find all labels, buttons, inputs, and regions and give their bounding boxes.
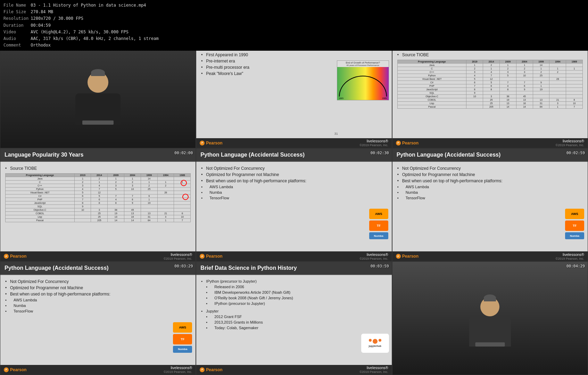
thumbnail-cell-4[interactable]: 00:02:00 Language Popularity 30 Years So… bbox=[0, 148, 196, 262]
tensorflow-logo-7: TF bbox=[173, 334, 192, 344]
aws-logo-5: AWS bbox=[369, 209, 388, 219]
slide-4: 00:02:00 Language Popularity 30 Years So… bbox=[0, 149, 196, 261]
slide-body-8: IPython (precursor to Jupyter) Released … bbox=[196, 275, 391, 365]
presenter-figure-9 bbox=[469, 297, 511, 347]
end-of-growth-chart: End of Growth of Performance?40 years of… bbox=[337, 60, 389, 100]
comment-label: Comment bbox=[3, 42, 31, 49]
timestamp-5: 00:02:30 bbox=[371, 151, 389, 155]
pearson-logo-3: P bbox=[396, 141, 401, 145]
thumbnail-cell-5[interactable]: 00:02:30 Python Language (Accidental Suc… bbox=[196, 148, 392, 262]
slide-7: 00:03:29 Python Language (Accidental Suc… bbox=[0, 262, 196, 375]
numba-logo-7: Numba bbox=[173, 346, 192, 353]
video-label: Video bbox=[3, 29, 31, 35]
jupyterhub-logo-8: jupyterhub bbox=[361, 334, 389, 353]
thumbnail-grid: 00:00:30 00:01:00 Python Language First … bbox=[0, 35, 588, 375]
slide-footer-2: P Pearson livelessons® ©2019 Pearson, In… bbox=[196, 138, 391, 148]
duration-label: Duration bbox=[3, 22, 31, 29]
slide-body-7: Not Optimized For Concurrency Optimized … bbox=[0, 275, 196, 365]
slide-header-5: Python Language (Accidental Success) bbox=[196, 149, 391, 162]
resolution-value: 1280x720 / 30.000 FPS bbox=[31, 15, 160, 22]
slide-body-3: Source TIOBE Programming Language2019201… bbox=[392, 48, 588, 138]
slide-footer-5: P Pearson livelessons® ©2019 Pearson, In… bbox=[196, 251, 391, 261]
annotation-circle-4 bbox=[181, 180, 187, 186]
slide-body-6: Not Optimized For Concurrency Optimized … bbox=[392, 162, 588, 252]
filename-value: 03 - 1.1 History of Python in data scien… bbox=[31, 2, 160, 9]
pearson-logo-7: P bbox=[4, 367, 9, 372]
tiobe-table-3: Programming Language20192014200920041999… bbox=[397, 60, 583, 109]
pearson-logo-6: P bbox=[396, 254, 401, 259]
pearson-logo-2: P bbox=[200, 141, 205, 145]
tensorflow-logo-6: TF bbox=[565, 220, 584, 231]
slide-header-8: Brief Data Science in Python History bbox=[196, 262, 391, 275]
aws-logo-7: AWS bbox=[173, 322, 192, 333]
filesize-value: 270.84 MB bbox=[31, 9, 160, 15]
slide-6: 00:02:59 Python Language (Accidental Suc… bbox=[392, 149, 588, 261]
chart-curve bbox=[339, 76, 387, 97]
slide-8: 00:03:59 Brief Data Science in Python Hi… bbox=[196, 262, 391, 375]
slide-footer-7: P Pearson livelessons® ©2019 Pearson, In… bbox=[0, 365, 196, 375]
tensorflow-logo-5: TF bbox=[369, 220, 388, 231]
audio-label: Audio bbox=[3, 35, 31, 42]
slide-footer-8: P Pearson livelessons® ©2019 Pearson, In… bbox=[196, 365, 391, 375]
logos-area-7: AWS TF Numba bbox=[173, 322, 192, 353]
timestamp-7: 00:03:29 bbox=[174, 264, 193, 268]
thumbnail-cell-7[interactable]: 00:03:29 Python Language (Accidental Suc… bbox=[0, 261, 196, 375]
pearson-logo-8: P bbox=[200, 367, 205, 372]
slide-footer-6: P Pearson livelessons® ©2019 Pearson, In… bbox=[392, 251, 588, 261]
filename-label: File Name bbox=[3, 2, 31, 9]
thumbnail-cell-6[interactable]: 00:02:59 Python Language (Accidental Suc… bbox=[392, 148, 588, 262]
timestamp-9: 00:04:29 bbox=[566, 264, 585, 268]
chart-content: 1965 2005 bbox=[337, 67, 389, 100]
logos-area-6: AWS TF Numba bbox=[565, 209, 584, 239]
resolution-label: Resolution bbox=[3, 15, 31, 22]
timestamp-8: 00:03:59 bbox=[371, 264, 389, 268]
slide-header-6: Python Language (Accidental Success) bbox=[392, 149, 588, 162]
slide-body-2: First Appeared in 1990 Pre-internet era … bbox=[196, 48, 391, 138]
thumbnail-cell-2[interactable]: 00:01:00 Python Language First Appeared … bbox=[196, 35, 392, 148]
presenter-bg-1 bbox=[0, 35, 196, 148]
numba-logo-5: Numba bbox=[369, 232, 388, 239]
thumbnail-cell-1[interactable]: 00:00:30 bbox=[0, 35, 196, 148]
file-info-panel: File Name 03 - 1.1 History of Python in … bbox=[0, 0, 588, 51]
video-value: AVC (High@L4.2), 7 265 kb/s, 30.000 FPS bbox=[31, 29, 160, 35]
slide-footer-3: P Pearson livelessons® ©2019 Pearson, In… bbox=[392, 138, 588, 148]
numba-logo-6: Numba bbox=[565, 232, 584, 239]
thumbnail-cell-8[interactable]: 00:03:59 Brief Data Science in Python Hi… bbox=[196, 261, 392, 375]
aws-logo-6: AWS bbox=[565, 209, 584, 219]
slide-header-4: Language Popularity 30 Years bbox=[0, 149, 196, 162]
tiobe-table-4: Programming Language20192014200920041999… bbox=[5, 173, 191, 222]
slide-body-4: Source TIOBE Programming Language2019201… bbox=[0, 162, 196, 252]
thumbnail-cell-3[interactable]: 00:01:30 Language Popularity 30 Years So… bbox=[392, 35, 588, 148]
presenter-figure-1 bbox=[75, 72, 121, 125]
slide-body-5: Not Optimized For Concurrency Optimized … bbox=[196, 162, 391, 252]
presenter-bg-9 bbox=[392, 262, 588, 375]
slide-3: 00:01:30 Language Popularity 30 Years So… bbox=[392, 35, 588, 148]
pearson-logo-5: P bbox=[200, 254, 205, 259]
thumbnail-cell-9[interactable]: 00:04:29 bbox=[392, 261, 588, 375]
timestamp-4: 00:02:00 bbox=[174, 151, 193, 155]
pearson-logo-4: P bbox=[4, 254, 9, 259]
timestamp-6: 00:02:59 bbox=[566, 151, 585, 155]
audio-value: AAC, 317 kb/s (CBR), 48.0 kHz, 2 channel… bbox=[31, 35, 160, 42]
slide-2: 00:01:00 Python Language First Appeared … bbox=[196, 35, 391, 148]
duration-value: 00:04:59 bbox=[31, 22, 160, 29]
comment-value: Orthodox bbox=[31, 42, 160, 49]
annotation-circle-4b bbox=[182, 194, 189, 200]
slide-5: 00:02:30 Python Language (Accidental Suc… bbox=[196, 149, 391, 261]
slide-header-7: Python Language (Accidental Success) bbox=[0, 262, 196, 275]
filesize-label: File Size bbox=[3, 9, 31, 15]
slide-footer-4: P Pearson livelessons® ©2019 Pearson, In… bbox=[0, 251, 196, 261]
logos-area-5: AWS TF Numba bbox=[369, 209, 388, 239]
